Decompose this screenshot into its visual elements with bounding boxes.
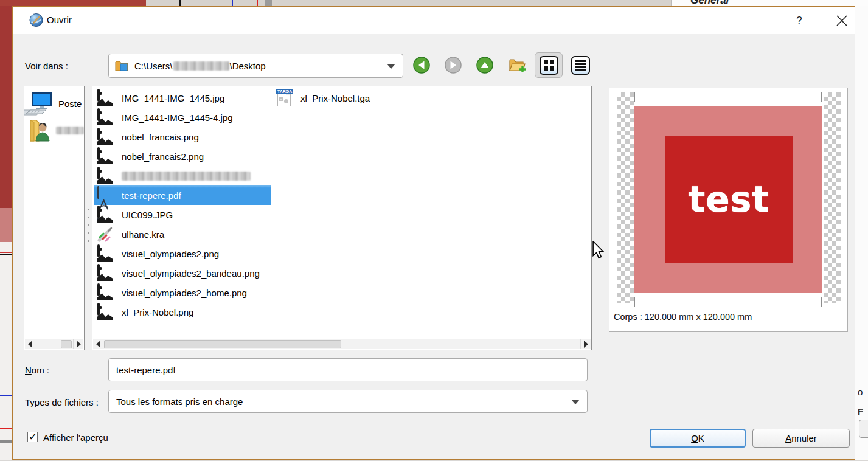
panel-splitter[interactable]: [88, 209, 90, 251]
ok-button[interactable]: OK: [650, 429, 746, 448]
list-view-button[interactable]: [566, 52, 594, 78]
image-file-icon: [97, 244, 100, 257]
chevron-down-icon: [571, 400, 580, 404]
transparency-checker: [824, 92, 841, 303]
filelist-horizontal-scrollbar[interactable]: [93, 339, 591, 349]
background-text-fragment: Général: [690, 0, 729, 6]
triangle-right-icon: [77, 341, 81, 348]
path-suffix: \Desktop: [230, 61, 266, 71]
file-name: nobel_francais.png: [122, 132, 199, 142]
help-button[interactable]: ?: [791, 13, 807, 29]
new-folder-button[interactable]: [507, 55, 527, 75]
file-item[interactable]: visuel_olympiades2_bandeau.png: [94, 263, 271, 283]
up-button[interactable]: [474, 55, 495, 75]
folder-icon: [115, 60, 130, 72]
forward-icon: [444, 56, 462, 74]
cancel-button[interactable]: Annuler: [752, 429, 850, 448]
list-view-icon: [571, 56, 590, 75]
triangle-left-icon: [96, 341, 100, 348]
preview-size-caption: Corps : 120.000 mm x 120.000 mm: [614, 312, 752, 322]
close-button[interactable]: [834, 13, 850, 29]
chevron-down-icon: [387, 64, 395, 69]
file-item[interactable]: UIC099.JPG: [94, 205, 271, 224]
scroll-right-button[interactable]: [580, 339, 591, 349]
preview-artwork-outer: test: [634, 106, 822, 293]
sidebar-horizontal-scrollbar[interactable]: [25, 339, 83, 349]
file-name: ulhane.kra: [122, 229, 164, 240]
image-file-icon: [97, 108, 100, 121]
file-name: visuel_olympiades2_bandeau.png: [122, 268, 260, 279]
file-name: IMG_1441-IMG_1445.jpg: [122, 93, 224, 103]
image-file-icon: [97, 167, 100, 179]
back-button[interactable]: [411, 55, 432, 75]
path-username-redacted: [173, 61, 229, 71]
file-item[interactable]: TARGA xl_Prix-Nobel.tga: [273, 88, 455, 108]
scroll-left-button[interactable]: [25, 339, 35, 349]
dialog-titlebar[interactable]: Ouvrir ?: [13, 7, 855, 34]
places-sidebar: Poste: [24, 86, 85, 350]
image-file-icon: [97, 128, 100, 140]
triangle-right-icon: [584, 341, 588, 348]
file-item[interactable]: nobel_francais2.png: [94, 147, 271, 166]
close-icon: [834, 13, 850, 29]
preview-panel: test Corps : 120.000 mm x 120.000 mm: [609, 88, 848, 332]
file-list: IMG_1441-IMG_1445.jpg IMG_1441-IMG_1445-…: [92, 86, 592, 350]
image-file-icon: [97, 206, 100, 218]
file-name: xl_Prix-Nobel.png: [122, 307, 193, 317]
file-item[interactable]: visuel_olympiades2.png: [94, 244, 271, 263]
up-icon: [476, 56, 494, 74]
file-name: visuel_olympiades2_home.png: [122, 288, 247, 298]
dialog-title: Ouvrir: [47, 15, 72, 25]
forward-button[interactable]: [443, 55, 464, 75]
sidebar-item-label-redacted: [56, 127, 84, 134]
file-item[interactable]: IMG_1441-IMG_1445-4.jpg: [94, 108, 271, 127]
back-icon: [412, 56, 431, 74]
file-item[interactable]: [94, 166, 271, 185]
file-name-redacted: [122, 172, 251, 181]
sidebar-item-computer[interactable]: Poste: [24, 90, 84, 117]
file-item-selected[interactable]: test-repere.pdf: [94, 185, 271, 205]
triangle-left-icon: [28, 341, 32, 348]
krita-file-icon: [97, 226, 113, 242]
grid-view-button[interactable]: [535, 52, 563, 78]
name-label: Nom :: [25, 365, 49, 375]
file-item[interactable]: nobel_francais.png: [94, 127, 271, 147]
file-types-label: Types de fichiers :: [25, 397, 99, 407]
preview-artwork-inner: test: [665, 136, 793, 263]
preview-canvas: test: [609, 88, 847, 307]
scrollbar-thumb[interactable]: [104, 340, 341, 348]
show-preview-checkbox[interactable]: [27, 432, 38, 442]
file-types-combobox[interactable]: Tous les formats pris en charge: [108, 390, 588, 413]
file-item[interactable]: visuel_olympiades2_home.png: [94, 283, 271, 302]
scribus-logo-icon: [29, 12, 44, 28]
file-name: test-repere.pdf: [122, 190, 181, 201]
scroll-right-button[interactable]: [73, 339, 83, 349]
file-name: UIC099.JPG: [122, 210, 173, 220]
screen: Général o F Ouvrir ? Voir da: [0, 0, 868, 461]
file-name-input[interactable]: [108, 358, 588, 381]
image-file-icon: [97, 303, 100, 316]
show-preview-label: Afficher l'aperçu: [43, 432, 108, 443]
user-folder-icon: [24, 117, 56, 144]
sidebar-item-label: Poste: [58, 99, 82, 109]
sidebar-item-user-folder[interactable]: [24, 117, 84, 144]
file-item[interactable]: xl_Prix-Nobel.png: [94, 302, 271, 322]
file-name: xl_Prix-Nobel.tga: [300, 93, 370, 103]
open-dialog: Ouvrir ? Voir dans : C:\Users\ \Desktop: [12, 6, 855, 460]
mouse-cursor: [592, 241, 604, 259]
computer-icon: [24, 91, 56, 116]
file-item[interactable]: IMG_1441-IMG_1445.jpg: [94, 88, 271, 108]
background-panel-edge: o F: [855, 6, 868, 461]
file-name: IMG_1441-IMG_1445-4.jpg: [122, 113, 233, 123]
scroll-left-button[interactable]: [93, 339, 103, 349]
file-name: nobel_francais2.png: [122, 151, 204, 162]
background-document-edge: [0, 0, 12, 461]
scrollbar-thumb[interactable]: [61, 340, 72, 348]
image-file-icon: [97, 147, 100, 160]
file-item[interactable]: ulhane.kra: [94, 224, 271, 244]
path-combobox[interactable]: C:\Users\ \Desktop: [108, 54, 403, 78]
file-name: visuel_olympiades2.png: [122, 249, 219, 259]
new-folder-icon: [507, 56, 527, 74]
file-types-value: Tous les formats pris en charge: [116, 397, 243, 407]
background-ruler-strip: Général: [0, 0, 868, 6]
